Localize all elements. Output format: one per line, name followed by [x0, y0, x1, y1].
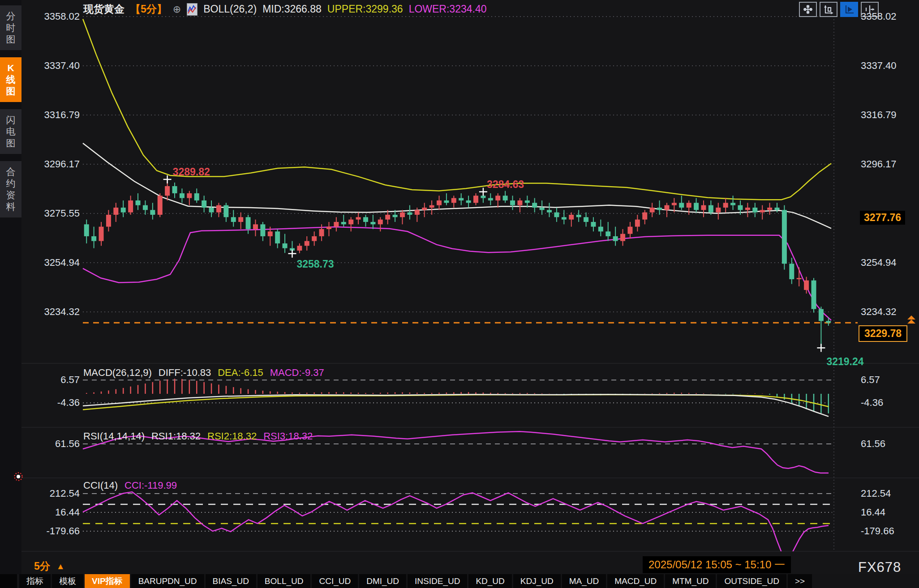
- boll-lower-value: LOWER:3234.40: [409, 3, 487, 15]
- candle: [253, 224, 258, 229]
- candle: [488, 198, 493, 200]
- candle: [99, 227, 104, 241]
- candle: [158, 196, 163, 215]
- indicator-tab->>[interactable]: >>: [788, 574, 812, 588]
- candle: [378, 220, 383, 225]
- candle: [91, 236, 96, 241]
- candle: [782, 210, 787, 264]
- candle: [679, 203, 684, 208]
- candle: [789, 264, 794, 279]
- candle: [613, 236, 618, 241]
- sidebar-tab-闪电图[interactable]: 闪电图: [0, 109, 21, 154]
- sidebar-tab-分时图[interactable]: 分时图: [0, 5, 21, 50]
- candle: [701, 205, 706, 210]
- candle: [113, 208, 118, 215]
- candle: [547, 210, 552, 212]
- indicator-tab-MTM_UD[interactable]: MTM_UD: [665, 574, 716, 588]
- candle: [598, 227, 603, 232]
- candle: [584, 217, 588, 222]
- chart-type-icon[interactable]: [187, 3, 198, 16]
- indicator-tab-KD_UD[interactable]: KD_UD: [468, 574, 511, 588]
- macd-axis-label: -4.36: [861, 397, 883, 409]
- boll-upper-value: UPPER:3299.36: [327, 3, 403, 15]
- macd-title: MACD(26,12,9): [83, 367, 152, 379]
- price-axis-label: 3275.55: [21, 208, 80, 219]
- candle: [172, 186, 177, 193]
- price-axis-label: 3254.94: [21, 257, 80, 268]
- candle: [774, 208, 779, 210]
- candle: [635, 220, 640, 227]
- candle: [525, 200, 530, 203]
- candle: [407, 213, 412, 215]
- candle: [143, 205, 148, 210]
- indicator-tab-OUTSIDE_UD[interactable]: OUTSIDE_UD: [717, 574, 786, 588]
- sidebar-tab-合约资料[interactable]: 合约资料: [0, 161, 21, 217]
- candle: [767, 208, 772, 210]
- candle: [576, 215, 581, 217]
- symbol-name: 现货黄金: [83, 2, 125, 16]
- cci-axis-label: -179.66: [21, 525, 80, 537]
- candle: [466, 200, 471, 203]
- cci-axis-label: 16.44: [861, 507, 885, 518]
- axis-range-icon[interactable]: [820, 2, 837, 17]
- candle: [356, 217, 361, 219]
- indicator-tab-BOLL_UD[interactable]: BOLL_UD: [258, 574, 311, 588]
- indicator-tab-VIP指标[interactable]: VIP指标: [85, 574, 130, 588]
- rsi2-value: RSI2:18.32: [207, 430, 257, 442]
- candle: [165, 186, 170, 196]
- pan-crosshair-icon[interactable]: [799, 2, 817, 17]
- indicator-tab-INSIDE_UD[interactable]: INSIDE_UD: [408, 574, 467, 588]
- candle: [444, 200, 449, 203]
- tabbar-corner: [0, 574, 17, 588]
- candle: [84, 224, 89, 236]
- candle: [554, 213, 559, 217]
- chart-canvas[interactable]: [0, 0, 919, 588]
- indicator-tab-BARUPDN_UD[interactable]: BARUPDN_UD: [131, 574, 204, 588]
- auto-scale-play-icon[interactable]: [840, 2, 858, 17]
- interval-flag[interactable]: 5分 ▲: [34, 559, 65, 573]
- candle: [819, 309, 824, 321]
- macd-macd-value: MACD:-9.37: [270, 367, 324, 379]
- candle: [150, 210, 155, 215]
- price-axis-label: 3234.32: [21, 306, 80, 318]
- candle: [209, 208, 214, 213]
- candle: [730, 203, 735, 205]
- interval-badge: 【5分】: [130, 2, 167, 16]
- circle-plus-icon[interactable]: ⊕: [173, 4, 181, 15]
- last-price-tag: 3277.76: [860, 211, 905, 225]
- candle: [569, 215, 574, 220]
- cci-panel-header: CCI(14) CCI:-119.99: [83, 480, 177, 491]
- candle: [517, 200, 522, 205]
- price-axis-label: 3316.79: [861, 109, 897, 121]
- macd-axis-label: -4.36: [21, 397, 80, 409]
- indicator-tab-MA_UD[interactable]: MA_UD: [562, 574, 606, 588]
- candle: [532, 203, 537, 208]
- cci-axis-label: -179.66: [861, 525, 894, 537]
- candle: [341, 222, 346, 224]
- candle: [738, 205, 743, 210]
- candle: [312, 236, 317, 241]
- sidebar-tab-K线图[interactable]: K线图: [0, 57, 21, 102]
- indicator-tab-MACD_UD[interactable]: MACD_UD: [607, 574, 664, 588]
- candle: [305, 241, 309, 246]
- candle: [664, 205, 669, 210]
- candle: [415, 210, 420, 215]
- indicator-tab-KDJ_UD[interactable]: KDJ_UD: [513, 574, 561, 588]
- price-annotation: 3219.24: [826, 356, 863, 368]
- candle: [694, 203, 699, 210]
- indicator-tab-DMI_UD[interactable]: DMI_UD: [359, 574, 406, 588]
- candle: [136, 200, 141, 205]
- candle: [238, 217, 243, 222]
- indicator-tab-模板[interactable]: 模板: [52, 574, 83, 588]
- indicator-tab-指标[interactable]: 指标: [19, 574, 51, 588]
- candle: [326, 227, 331, 229]
- candle: [723, 203, 728, 208]
- candle: [459, 198, 464, 200]
- indicator-tab-CCI_UD[interactable]: CCI_UD: [312, 574, 358, 588]
- indicator-tab-BIAS_UD[interactable]: BIAS_UD: [206, 574, 256, 588]
- price-axis-label: 3337.40: [861, 60, 897, 72]
- price-annotation: 3284.63: [487, 179, 524, 191]
- candle: [246, 217, 251, 229]
- candle: [216, 205, 221, 213]
- record-marker-icon: [13, 472, 23, 481]
